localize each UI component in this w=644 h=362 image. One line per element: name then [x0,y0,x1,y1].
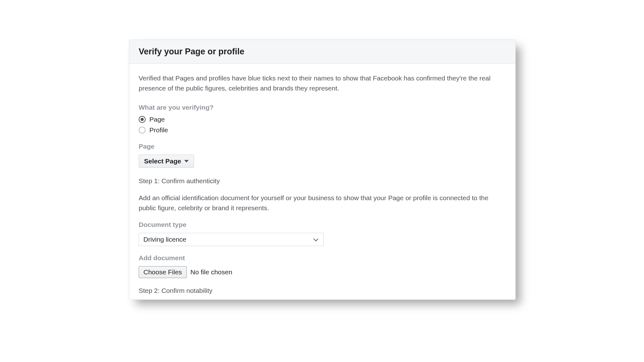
verify-card: Verify your Page or profile Verified tha… [129,40,516,300]
radio-circle-selected-icon [139,116,146,123]
verifying-radio-group: Page Profile [139,116,506,134]
card-body: Verified that Pages and profiles have bl… [129,64,515,299]
step1-description: Add an official identification document … [139,193,506,213]
choose-files-button[interactable]: Choose Files [139,266,187,278]
document-type-label: Document type [139,221,506,228]
caret-down-icon [184,160,189,162]
intro-text: Verified that Pages and profiles have bl… [139,73,506,93]
file-input-row: Choose Files No file chosen [139,266,506,278]
radio-profile[interactable]: Profile [139,126,506,134]
radio-page[interactable]: Page [139,116,506,123]
page-title: Verify your Page or profile [139,47,506,57]
select-page-button[interactable]: Select Page [139,155,194,168]
radio-dot-icon [141,118,144,121]
file-status-text: No file chosen [191,268,232,276]
page-label: Page [139,143,506,150]
document-type-select[interactable]: Driving licence [139,233,324,246]
step2-title: Step 2: Confirm notability [139,287,506,294]
step1-title: Step 1: Confirm authenticity [139,177,506,185]
radio-page-label: Page [149,116,165,123]
chevron-down-icon [313,237,319,242]
add-document-label: Add document [139,254,506,262]
verifying-label: What are you verifying? [139,104,506,111]
card-header: Verify your Page or profile [129,40,515,64]
select-page-button-label: Select Page [144,157,181,165]
document-type-selected: Driving licence [143,236,186,243]
radio-profile-label: Profile [149,126,168,134]
radio-circle-icon [139,127,146,134]
